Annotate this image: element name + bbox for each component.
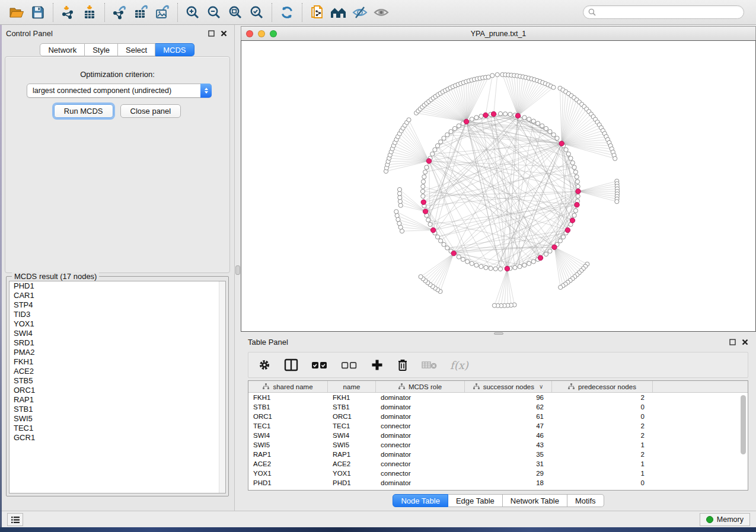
table-cell[interactable]: 18 <box>465 479 552 486</box>
network-node[interactable] <box>398 196 402 200</box>
network-hub-node[interactable] <box>570 218 575 223</box>
network-node[interactable] <box>396 217 400 222</box>
network-hub-node[interactable] <box>576 189 580 194</box>
network-hub-node[interactable] <box>451 251 456 255</box>
table-row[interactable]: STB1STB1dominator620 <box>248 402 748 412</box>
network-node[interactable] <box>558 239 562 243</box>
float-panel-icon[interactable] <box>208 30 215 37</box>
mcds-result-list[interactable]: PHD1CAR1STP4TID3YOX1SWI4SRD1PMA2FKH1ACE2… <box>9 281 226 493</box>
network-node[interactable] <box>397 187 401 191</box>
network-node[interactable] <box>555 136 559 140</box>
table-cell[interactable]: 62 <box>465 403 552 411</box>
network-node[interactable] <box>522 263 527 267</box>
table-cell[interactable]: connector <box>376 422 465 430</box>
table-row[interactable]: PHD1PHD1dominator180 <box>248 478 748 488</box>
network-node[interactable] <box>435 235 439 239</box>
network-hub-node[interactable] <box>538 255 543 260</box>
network-node[interactable] <box>397 191 401 196</box>
vertical-splitter-grip[interactable] <box>235 265 240 275</box>
table-cell[interactable]: dominator <box>376 413 465 420</box>
network-node[interactable] <box>439 140 443 144</box>
table-cell[interactable]: SWI5 <box>248 441 328 448</box>
memory-button[interactable]: Memory <box>700 513 750 526</box>
table-cell[interactable]: connector <box>376 441 465 448</box>
network-node[interactable] <box>498 111 502 116</box>
network-node[interactable] <box>470 117 474 121</box>
network-hub-node[interactable] <box>505 266 509 271</box>
network-node[interactable] <box>572 165 576 169</box>
table-cell[interactable]: RAP1 <box>328 451 376 458</box>
network-node[interactable] <box>445 133 449 137</box>
network-node[interactable] <box>433 148 437 152</box>
network-node[interactable] <box>398 203 403 207</box>
network-canvas-svg[interactable] <box>241 41 755 331</box>
network-node[interactable] <box>531 119 535 123</box>
network-node[interactable] <box>428 222 432 226</box>
network-node[interactable] <box>419 275 423 279</box>
table-cell[interactable]: ORC1 <box>248 413 328 420</box>
network-node[interactable] <box>513 265 517 270</box>
table-cell[interactable]: dominator <box>376 479 465 486</box>
network-node[interactable] <box>573 209 578 213</box>
close-panel-button[interactable]: Close panel <box>120 104 181 118</box>
zoom-in-icon[interactable] <box>182 2 203 23</box>
first-neighbors-icon[interactable] <box>328 2 349 23</box>
table-cell[interactable]: RAP1 <box>248 451 328 458</box>
export-image-icon[interactable] <box>152 2 173 23</box>
table-cell[interactable]: PHD1 <box>248 479 328 486</box>
network-node[interactable] <box>395 213 399 217</box>
table-cell[interactable]: 29 <box>465 470 552 477</box>
network-node[interactable] <box>461 257 465 261</box>
network-node[interactable] <box>394 210 398 214</box>
network-node[interactable] <box>576 194 580 198</box>
network-node[interactable] <box>613 156 617 161</box>
select-all-icon[interactable] <box>311 360 328 370</box>
network-node[interactable] <box>559 285 563 289</box>
tab-select[interactable]: Select <box>118 43 155 56</box>
run-mcds-button[interactable]: Run MCDS <box>54 104 113 118</box>
table-row[interactable]: FKH1FKH1dominator962 <box>248 393 748 402</box>
column-header-name[interactable]: name <box>328 381 376 392</box>
table-cell[interactable]: 2 <box>552 432 653 439</box>
table-cell[interactable]: 43 <box>465 441 552 448</box>
network-node[interactable] <box>531 259 535 264</box>
table-row[interactable]: SWI5SWI5connector431 <box>248 440 748 450</box>
network-node[interactable] <box>421 180 425 184</box>
network-node[interactable] <box>484 265 488 270</box>
network-hub-node[interactable] <box>515 113 520 118</box>
tab-style[interactable]: Style <box>85 43 118 56</box>
table-cell[interactable]: 1 <box>552 470 653 477</box>
zoom-fit-icon[interactable] <box>225 2 246 23</box>
network-node[interactable] <box>490 73 495 78</box>
tab-network-table[interactable]: Network Table <box>503 494 567 507</box>
open-file-icon[interactable] <box>6 2 27 23</box>
network-hub-node[interactable] <box>421 200 426 204</box>
refresh-icon[interactable] <box>276 2 298 23</box>
network-node[interactable] <box>575 175 579 179</box>
table-cell[interactable]: STB1 <box>328 403 376 411</box>
network-node[interactable] <box>398 199 402 203</box>
table-scrollbar[interactable] <box>741 395 746 454</box>
network-node[interactable] <box>561 235 565 239</box>
network-node[interactable] <box>540 124 544 128</box>
network-hub-node[interactable] <box>565 227 570 232</box>
split-panel-icon[interactable] <box>284 358 298 371</box>
table-cell[interactable]: ORC1 <box>328 413 376 420</box>
table-cell[interactable]: 47 <box>465 422 552 430</box>
network-node[interactable] <box>465 259 470 264</box>
network-node[interactable] <box>576 184 580 188</box>
mcds-result-item[interactable]: TID3 <box>9 310 225 319</box>
search-input[interactable] <box>599 8 739 17</box>
network-node[interactable] <box>430 152 435 156</box>
mcds-result-item[interactable]: YOX1 <box>9 319 225 329</box>
table-cell[interactable]: 1 <box>552 441 653 448</box>
table-cell[interactable]: ACE2 <box>248 460 328 467</box>
import-table-icon[interactable] <box>79 2 100 23</box>
table-cell[interactable]: TEC1 <box>248 422 328 430</box>
table-cell[interactable]: YOX1 <box>248 470 328 477</box>
network-node[interactable] <box>421 194 425 198</box>
table-row[interactable]: TEC1TEC1connector472 <box>248 421 748 431</box>
mcds-result-item[interactable]: SWI5 <box>9 414 225 424</box>
network-node[interactable] <box>495 73 499 77</box>
float-table-panel-icon[interactable] <box>729 338 736 346</box>
